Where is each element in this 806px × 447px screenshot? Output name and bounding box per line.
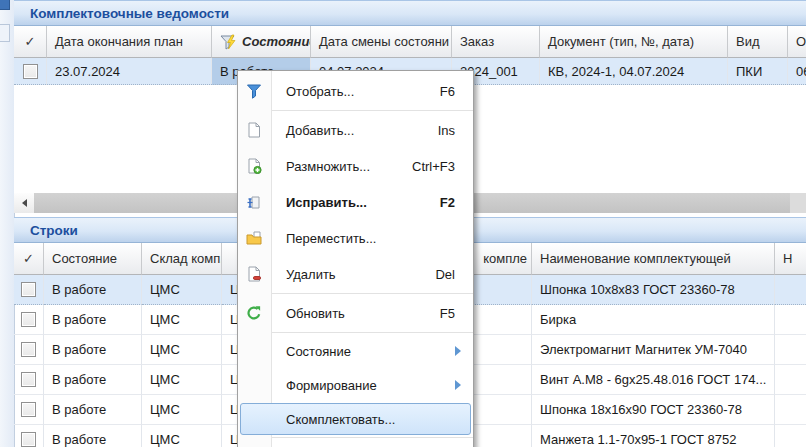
cell-name[interactable]: Бирка <box>532 305 775 335</box>
cell-state[interactable]: В работе <box>44 275 142 305</box>
context-menu: Отобрать... F6 Добавить... Ins Размножит… <box>237 70 474 447</box>
submenu-arrow-icon <box>455 346 461 356</box>
cell-state[interactable]: В работе <box>44 305 142 335</box>
cell-kind[interactable]: ПКИ <box>728 58 788 85</box>
menu-separator <box>238 293 473 294</box>
row-checkbox-cell[interactable] <box>14 365 44 395</box>
scroll-left-button[interactable] <box>14 193 34 213</box>
delete-document-icon <box>246 266 262 282</box>
checkbox[interactable] <box>21 432 36 447</box>
top-panel-title: Комплектовочные ведомости <box>14 0 806 26</box>
top-header-date-change[interactable]: Дата смены состояни <box>311 26 452 58</box>
cell-state[interactable]: В работе <box>44 425 142 447</box>
cell-extra[interactable] <box>775 335 806 365</box>
row-checkbox-cell[interactable] <box>14 275 44 305</box>
refresh-icon <box>246 305 262 321</box>
top-header-date-end[interactable]: Дата окончания план <box>47 26 212 58</box>
top-header-state[interactable]: Состояние <box>212 26 311 58</box>
row-checkbox-cell[interactable] <box>14 335 44 365</box>
top-header-state-label: Состояние <box>242 34 311 49</box>
submenu-arrow-icon <box>455 380 461 390</box>
cell-warehouse[interactable]: ЦМС <box>142 305 222 335</box>
cell-name[interactable]: Манжета 1.1-70х95-1 ГОСТ 8752 <box>532 425 775 447</box>
top-header-extra[interactable]: О <box>788 26 806 58</box>
top-header-order[interactable]: Заказ <box>452 26 540 58</box>
cell-warehouse[interactable]: ЦМС <box>142 335 222 365</box>
row-checkbox-cell[interactable] <box>14 58 47 85</box>
top-header-check-column[interactable]: ✓ <box>14 26 47 58</box>
menu-item-edit[interactable]: Исправить... F2 <box>238 184 473 220</box>
menu-item-delete[interactable]: Удалить Del <box>238 256 473 292</box>
cell-extra[interactable] <box>775 395 806 425</box>
rail-corner-accent <box>0 0 10 10</box>
checkbox[interactable] <box>21 372 36 387</box>
cell-name[interactable]: Винт А.М8 - 6gх25.48.016 ГОСТ 174... <box>532 365 775 395</box>
cell-extra[interactable] <box>775 365 806 395</box>
checkbox[interactable] <box>21 312 36 327</box>
cell-warehouse[interactable]: ЦМС <box>142 275 222 305</box>
cell-extra[interactable] <box>775 425 806 447</box>
menu-item-add[interactable]: Добавить... Ins <box>238 112 473 148</box>
cell-extra[interactable]: 06 <box>788 58 806 85</box>
checkbox[interactable] <box>21 342 36 357</box>
row-checkbox-cell[interactable] <box>14 305 44 335</box>
bottom-header-extra[interactable]: Н <box>775 243 806 275</box>
cell-date-end[interactable]: 23.07.2024 <box>47 58 212 85</box>
cell-name[interactable]: Электромагнит Магнитек УМ-7040 <box>532 335 775 365</box>
move-folder-icon <box>246 230 262 246</box>
filter-funnel-icon <box>246 83 262 99</box>
scroll-left-icon <box>22 199 27 207</box>
edit-rename-icon <box>246 194 262 210</box>
menu-separator <box>238 437 473 438</box>
new-document-icon <box>246 122 262 138</box>
checkbox[interactable] <box>21 402 36 417</box>
bottom-header-warehouse[interactable]: Склад комп. <box>142 243 222 275</box>
bottom-header-name[interactable]: Наименование комплектующей <box>532 243 775 275</box>
menu-item-assemble[interactable]: Скомплектовать... <box>238 402 473 436</box>
menu-item-duplicate[interactable]: Размножить... Ctrl+F3 <box>238 148 473 184</box>
cell-warehouse[interactable]: ЦМС <box>142 365 222 395</box>
menu-separator <box>238 110 473 111</box>
menu-item-forming[interactable]: Формирование <box>238 368 473 402</box>
cell-state[interactable]: В работе <box>44 395 142 425</box>
row-checkbox-cell[interactable] <box>14 395 44 425</box>
cell-name[interactable]: Шпонка 10х8х83 ГОСТ 23360-78 <box>532 275 775 305</box>
bottom-header-state[interactable]: Состояние <box>44 243 142 275</box>
cell-extra[interactable] <box>775 305 806 335</box>
menu-item-partial[interactable] <box>238 439 473 447</box>
rail-collapse-handle[interactable] <box>0 24 10 42</box>
filter-sort-icon <box>220 34 240 50</box>
menu-item-filter[interactable]: Отобрать... F6 <box>238 73 473 109</box>
menu-item-refresh[interactable]: Обновить F5 <box>238 295 473 331</box>
top-header-document[interactable]: Документ (тип, №, дата) <box>540 26 728 58</box>
checkbox[interactable] <box>23 64 38 79</box>
copy-document-plus-icon <box>246 158 262 174</box>
menu-separator <box>238 332 473 333</box>
cell-state[interactable]: В работе <box>44 365 142 395</box>
cell-state[interactable]: В работе <box>44 335 142 365</box>
top-header-kind[interactable]: Вид <box>728 26 788 58</box>
cell-warehouse[interactable]: ЦМС <box>142 425 222 447</box>
checkbox[interactable] <box>21 282 36 297</box>
menu-item-move[interactable]: Переместить... <box>238 220 473 256</box>
menu-item-state[interactable]: Состояние <box>238 334 473 368</box>
cell-document[interactable]: КВ, 2024-1, 04.07.2024 <box>540 58 728 85</box>
cell-name[interactable]: Шпонка 18х16х90 ГОСТ 23360-78 <box>532 395 775 425</box>
bottom-header-check-column[interactable]: ✓ <box>14 243 44 275</box>
row-checkbox-cell[interactable] <box>14 425 44 447</box>
cell-warehouse[interactable]: ЦМС <box>142 395 222 425</box>
cell-extra[interactable] <box>775 275 806 305</box>
left-splitter-rail[interactable] <box>0 0 15 447</box>
scrollbar-end-cap <box>790 193 806 213</box>
